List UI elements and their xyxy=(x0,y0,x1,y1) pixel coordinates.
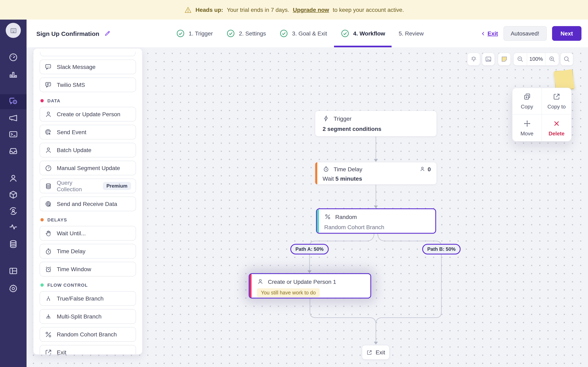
step-goal-exit[interactable]: 3. Goal & Exit xyxy=(279,20,327,47)
node-time-delay[interactable]: Time Delay 0 Wait 5 minutes xyxy=(315,162,437,185)
palette-item-create-update-person[interactable]: Create or Update Person xyxy=(40,107,136,122)
zoom-controls: 100% xyxy=(513,53,559,66)
globe-data-icon xyxy=(44,200,52,208)
people-icon[interactable] xyxy=(8,173,18,184)
add-note-button[interactable] xyxy=(498,53,511,66)
lightning-icon xyxy=(323,115,329,122)
path-a-label[interactable]: Path A: 50% xyxy=(290,244,329,254)
context-copy-button[interactable]: Copy xyxy=(512,88,542,115)
step-settings[interactable]: 2. Settings xyxy=(226,20,266,47)
content-layout-icon[interactable] xyxy=(8,266,18,276)
step-workflow[interactable]: 4. Workflow xyxy=(341,20,385,47)
search-icon xyxy=(563,55,571,63)
personas-icon[interactable] xyxy=(8,206,18,216)
analytics-icon[interactable] xyxy=(8,69,18,79)
path-b-label[interactable]: Path B: 50% xyxy=(422,244,461,254)
next-button[interactable]: Next xyxy=(552,26,581,41)
image-icon xyxy=(485,55,492,63)
check-circle-icon xyxy=(226,29,235,38)
step-trigger[interactable]: 1. Trigger xyxy=(176,20,213,47)
copy-to-external-icon xyxy=(553,92,561,101)
broadcasts-megaphone-icon[interactable] xyxy=(8,113,18,123)
canvas-sticky-note[interactable] xyxy=(555,71,573,90)
palette-item-query-collection[interactable]: Query Collection Premium xyxy=(40,179,136,193)
palette-item-send-receive-data[interactable]: Send and Receive Data xyxy=(40,197,136,211)
settings-gear-icon[interactable] xyxy=(8,284,18,294)
sticky-note-icon xyxy=(501,55,508,63)
workflow-header: Sign Up Confirmation 1. Trigger 2. Setti… xyxy=(26,20,588,47)
zoom-out-icon xyxy=(517,55,524,63)
segment-gauge-icon xyxy=(44,164,52,172)
banner-heads-up: Heads up: xyxy=(196,7,223,13)
context-copy-to-button[interactable]: Copy to xyxy=(542,88,571,115)
palette-item-manual-segment-update[interactable]: Manual Segment Update xyxy=(40,161,136,175)
database-icon[interactable] xyxy=(8,239,18,249)
palette-section-flow-control: FLOW CONTROL xyxy=(40,283,135,287)
warning-triangle-icon xyxy=(184,6,192,14)
workflow-title: Sign Up Confirmation xyxy=(36,30,99,37)
workflow-canvas[interactable]: Slack Message Twilio SMS DATA Create or … xyxy=(26,47,588,367)
palette-item-multi-split-branch[interactable]: Multi-Split Branch xyxy=(40,309,136,324)
node-trigger[interactable]: Trigger 2 segment conditions xyxy=(315,110,437,137)
transactional-terminal-icon[interactable] xyxy=(8,129,18,140)
data-section-dot xyxy=(40,99,44,102)
palette-section-data: DATA xyxy=(40,98,135,103)
workspace-avatar[interactable] xyxy=(6,23,21,38)
autosaved-button[interactable]: Autosaved! xyxy=(503,26,546,41)
edit-pencil-icon[interactable] xyxy=(104,30,111,37)
search-canvas-button[interactable] xyxy=(560,53,573,66)
step-nav: 1. Trigger 2. Settings 3. Goal & Exit 4.… xyxy=(176,20,424,47)
palette-item-clipped[interactable] xyxy=(40,52,136,56)
context-move-button[interactable]: Move xyxy=(512,115,542,141)
person-accent-bar xyxy=(250,274,251,298)
stopwatch-icon xyxy=(44,247,52,255)
people-count: 0 xyxy=(419,166,431,172)
upgrade-now-link[interactable]: Upgrade now xyxy=(293,7,329,13)
exit-external-icon xyxy=(44,349,52,355)
zoom-level: 100% xyxy=(527,53,545,65)
trial-banner: Heads up: Your trial ends in 7 days. Upg… xyxy=(0,0,588,20)
lightbulb-icon xyxy=(470,55,477,63)
delays-section-dot xyxy=(40,218,44,221)
palette-item-wait-until[interactable]: Wait Until... xyxy=(40,226,136,241)
palette-item-time-delay[interactable]: Time Delay xyxy=(40,244,136,259)
check-circle-icon xyxy=(279,29,288,38)
palette-item-batch-update[interactable]: Batch Update xyxy=(40,143,136,157)
node-random-cohort[interactable]: Random Random Cohort Branch xyxy=(316,208,436,234)
work-to-do-badge: You still have work to do xyxy=(257,288,320,297)
check-circle-icon xyxy=(341,29,350,38)
wait-hand-icon xyxy=(44,229,52,237)
delete-x-icon xyxy=(553,119,561,127)
zoom-out-button[interactable] xyxy=(514,53,527,65)
zoom-in-button[interactable] xyxy=(545,53,559,65)
stopwatch-icon xyxy=(323,166,329,173)
palette-item-send-event[interactable]: Send Event xyxy=(40,125,136,140)
inbox-tray-icon[interactable] xyxy=(8,146,18,156)
palette-item-twilio-sms[interactable]: Twilio SMS xyxy=(40,77,136,92)
banner-suffix: to keep your account active. xyxy=(333,7,404,13)
palette-item-time-window[interactable]: Time Window xyxy=(40,262,136,276)
palette-item-true-false-branch[interactable]: True/False Branch xyxy=(40,291,136,306)
dashboard-icon[interactable] xyxy=(8,52,18,62)
check-circle-icon xyxy=(176,29,185,38)
objects-cube-icon[interactable] xyxy=(8,190,18,200)
palette-item-random-cohort-branch[interactable]: Random Cohort Branch xyxy=(40,327,136,342)
percent-icon xyxy=(44,331,52,338)
copy-icon xyxy=(523,92,531,101)
multi-split-branch-icon xyxy=(44,313,52,320)
flow-control-section-dot xyxy=(40,284,44,287)
activity-pulse-icon[interactable] xyxy=(8,222,18,232)
campaigns-icon[interactable] xyxy=(8,96,18,106)
node-exit[interactable]: Exit xyxy=(362,345,389,360)
chevron-left-icon xyxy=(481,31,486,36)
hints-button[interactable] xyxy=(467,53,480,66)
exit-workflow-link[interactable]: Exit xyxy=(481,30,498,37)
palette-item-exit[interactable]: Exit xyxy=(40,345,136,355)
building-icon xyxy=(9,26,17,34)
add-image-button[interactable] xyxy=(482,53,495,66)
palette-item-slack-message[interactable]: Slack Message xyxy=(40,59,136,74)
context-delete-button[interactable]: Delete xyxy=(542,115,571,141)
step-review[interactable]: 5. Review xyxy=(398,20,424,47)
zoom-in-icon xyxy=(548,55,556,63)
node-create-update-person[interactable]: Create or Update Person 1 You still have… xyxy=(249,273,371,299)
